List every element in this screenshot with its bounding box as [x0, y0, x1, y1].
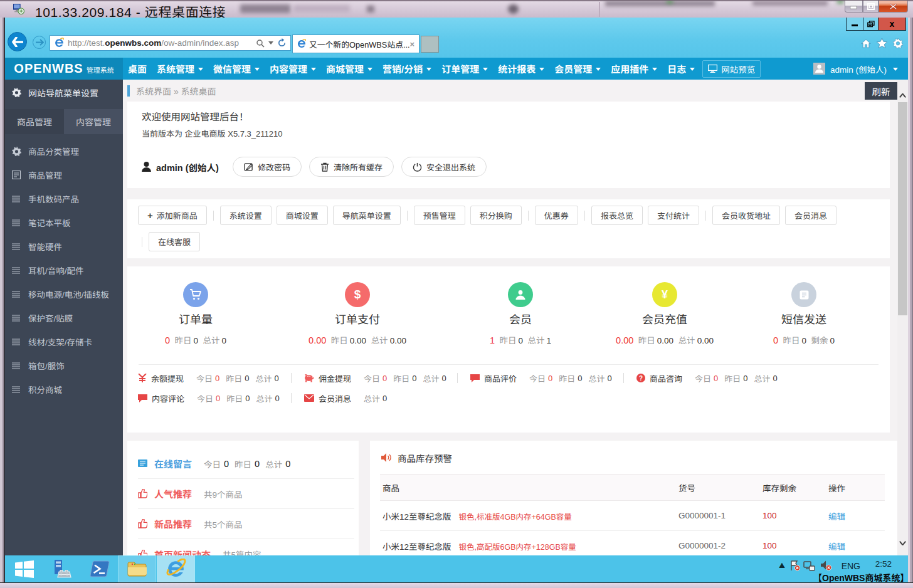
svg-text:?: ?	[639, 375, 643, 382]
